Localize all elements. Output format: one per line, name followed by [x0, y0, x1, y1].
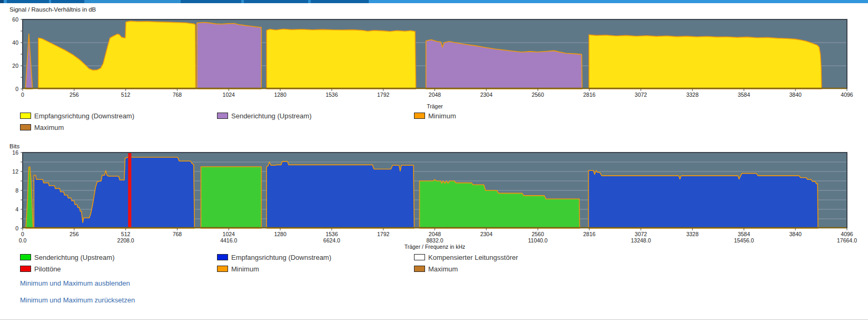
axis-label: 2560 — [531, 231, 544, 237]
hide-min-max-link[interactable]: Minimum und Maximum ausblenden — [20, 279, 130, 287]
axis-label: 2304 — [480, 92, 493, 98]
axis-label: 16 — [12, 149, 18, 156]
axis-label: 8832.0 — [426, 237, 443, 244]
axis-label: 256 — [70, 92, 79, 98]
legend-label: Senderichtung (Upstream) — [231, 112, 311, 120]
axis-label: 0 — [21, 231, 24, 237]
axis-label: 11040.0 — [528, 237, 548, 244]
legend-label: Minimum — [428, 112, 456, 120]
legend-item-empfangsrichtung-downstream: Empfangsrichtung (Downstream) — [217, 253, 331, 261]
legend-label: Maximum — [428, 265, 458, 273]
axis-label: 2816 — [583, 92, 596, 98]
area-senderichtung-upstream — [197, 23, 261, 89]
senderichtung-upstream-swatch — [217, 113, 228, 119]
axis-label: 2048 — [429, 231, 441, 237]
legend-label: Kompensierter Leitungsstörer — [428, 254, 518, 261]
axis-label: 13248.0 — [631, 237, 651, 244]
axis-label: 4 — [15, 206, 18, 212]
axis-label: 0 — [15, 86, 18, 92]
legend-label: Empfangsrichtung (Downstream) — [34, 112, 134, 120]
axis-label: 3072 — [635, 92, 647, 98]
area-empfangsrichtung-downstream — [267, 161, 414, 228]
maximum-swatch — [20, 124, 31, 130]
axis-label: 768 — [173, 231, 182, 237]
bits-chart-title: Bits — [9, 143, 19, 149]
minimum-swatch — [217, 266, 228, 272]
axis-label: 3840 — [790, 231, 802, 237]
axis-label: 512 — [121, 231, 131, 237]
axis-label: 20 — [12, 63, 18, 69]
pilott-ne-swatch — [20, 266, 31, 272]
legend-item-senderichtung-upstream: Senderichtung (Upstream) — [217, 112, 311, 120]
area-empfangsrichtung-downstream — [588, 170, 818, 228]
legend-label: Maximum — [34, 124, 64, 131]
axis-label: 2816 — [583, 231, 596, 237]
pilot-tone-bar — [128, 153, 131, 228]
axis-label: 12 — [12, 168, 18, 175]
axis-label: 256 — [70, 231, 79, 237]
axis-label: 4416.0 — [220, 237, 237, 244]
axis-label: 6624.0 — [323, 237, 340, 244]
legend-item-minimum: Minimum — [414, 112, 456, 120]
axis-label: 0.0 — [19, 237, 27, 244]
area-senderichtung-upstream — [201, 167, 262, 228]
axis-label: 2208.0 — [117, 237, 134, 244]
axis-label: 0 — [15, 225, 18, 231]
axis-label: 8 — [15, 187, 18, 194]
legend-label: Minimum — [231, 265, 259, 273]
axis-label: 17664.0 — [837, 237, 857, 244]
axis-label: 15456.0 — [734, 237, 754, 244]
empfangsrichtung-downstream-swatch — [217, 254, 228, 260]
axis-label: 3072 — [635, 231, 647, 237]
axis-label: 1024 — [223, 92, 235, 98]
legend-item-minimum: Minimum — [217, 265, 259, 273]
axis-label: 3584 — [738, 231, 751, 237]
legend-label: Empfangsrichtung (Downstream) — [231, 254, 331, 261]
axis-label: 512 — [121, 92, 131, 98]
maximum-swatch — [414, 266, 425, 272]
axis-label: 4096 — [841, 92, 853, 98]
legend-item-maximum: Maximum — [414, 265, 458, 273]
axis-label: 768 — [173, 92, 182, 98]
bottom-divider — [0, 319, 868, 320]
area-empfangsrichtung-downstream — [267, 29, 416, 89]
axis-label: 1536 — [326, 231, 338, 237]
snr-chart-title: Signal / Rausch-Verhältnis in dB — [9, 6, 96, 13]
charts-canvas: 0204060025651276810241280153617922048230… — [0, 0, 868, 324]
axis-label: Träger — [427, 103, 443, 109]
senderichtung-upstream-swatch — [20, 254, 31, 260]
axis-label: 3328 — [686, 92, 699, 98]
axis-label: 3328 — [686, 231, 699, 237]
axis-label: 1024 — [223, 231, 235, 237]
axis-label: 1280 — [274, 231, 287, 237]
axis-label: 3840 — [790, 92, 802, 98]
legend-item-senderichtung-upstream: Senderichtung (Upstream) — [20, 253, 114, 261]
axis-label: 1536 — [326, 92, 338, 98]
axis-label: 1792 — [377, 231, 390, 237]
legend-label: Senderichtung (Upstream) — [34, 254, 114, 261]
legend-item-kompensierter-leitungsst-rer: Kompensierter Leitungsstörer — [414, 253, 518, 261]
area-empfangsrichtung-downstream — [589, 35, 822, 89]
axis-label: 1792 — [377, 92, 390, 98]
axis-label: 2304 — [480, 231, 493, 237]
axis-label: 40 — [12, 39, 18, 46]
empfangsrichtung-downstream-swatch — [20, 113, 31, 119]
axis-label: 1280 — [274, 92, 287, 98]
legend-item-empfangsrichtung-downstream: Empfangsrichtung (Downstream) — [20, 112, 134, 120]
legend-item-maximum: Maximum — [20, 123, 64, 131]
legend-label: Pilottöne — [34, 265, 61, 273]
axis-label: 2048 — [429, 92, 441, 98]
kompensierter-leitungsst-rer-swatch — [414, 254, 425, 260]
minimum-swatch — [414, 113, 425, 119]
axis-label: 60 — [12, 16, 18, 23]
axis-label: Träger / Frequenz in kHz — [405, 244, 466, 250]
axis-label: 2560 — [531, 92, 544, 98]
axis-label: 3584 — [738, 92, 751, 98]
axis-label: 4096 — [841, 231, 853, 237]
legend-item-pilott-ne: Pilottöne — [20, 265, 61, 273]
axis-label: 0 — [21, 92, 24, 98]
reset-min-max-link[interactable]: Minimum und Maximum zurücksetzen — [20, 296, 135, 304]
